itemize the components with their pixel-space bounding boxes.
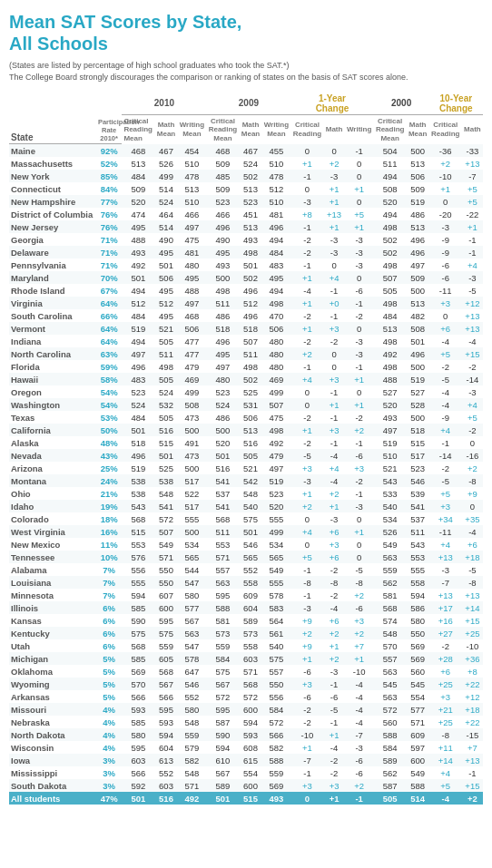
table-cell: 559: [155, 639, 178, 652]
2009-math-header: MathMean: [240, 115, 262, 144]
participation-rate: 4%: [96, 716, 122, 728]
table-cell: -5: [462, 563, 483, 576]
table-cell: 507: [261, 398, 290, 411]
table-cell: -15: [462, 728, 483, 741]
table-cell: 571: [240, 665, 262, 678]
participation-rate: 59%: [96, 360, 122, 373]
table-cell: 497: [177, 297, 206, 309]
table-cell: +2: [290, 627, 323, 639]
table-cell: 569: [407, 652, 429, 665]
table-cell: 505: [374, 284, 407, 297]
state-name: Ohio: [9, 487, 96, 500]
table-cell: 569: [122, 665, 154, 678]
table-cell: -5: [429, 373, 462, 385]
table-cell: -1: [290, 563, 323, 576]
table-cell: 467: [155, 144, 178, 158]
table-cell: 518: [206, 322, 239, 335]
table-cell: -7: [462, 170, 483, 182]
title-line1: Mean SAT Scores by State,: [9, 12, 241, 32]
table-cell: -4: [429, 398, 462, 411]
table-cell: 470: [261, 309, 290, 322]
table-cell: 523: [122, 385, 154, 398]
table-cell: -2: [345, 309, 374, 322]
table-cell: 0: [290, 538, 323, 551]
table-cell: 501: [240, 258, 262, 271]
table-cell: +4: [324, 462, 345, 474]
table-cell: 559: [206, 639, 239, 652]
state-name: Maine: [9, 144, 96, 158]
table-cell: 544: [177, 563, 206, 576]
table-cell: 479: [177, 360, 206, 373]
table-cell: 474: [122, 208, 154, 220]
table-cell: 509: [206, 182, 239, 195]
table-cell: 571: [407, 716, 429, 728]
table-cell: +9: [290, 639, 323, 652]
table-cell: 550: [407, 627, 429, 639]
table-cell: 500: [206, 424, 239, 436]
table-cell: 560: [407, 665, 429, 678]
table-cell: 570: [122, 678, 154, 690]
table-cell: -3: [324, 246, 345, 258]
table-cell: -3: [324, 170, 345, 182]
table-cell: +3: [290, 678, 323, 690]
table-cell: -3: [429, 563, 462, 576]
table-cell: 480: [261, 335, 290, 347]
table-cell: 565: [261, 551, 290, 563]
table-cell: 586: [407, 601, 429, 614]
table-cell: -2: [324, 589, 345, 601]
table-cell: +4: [462, 398, 483, 411]
table-cell: +1: [290, 297, 323, 309]
table-cell: 480: [261, 360, 290, 373]
table-cell: 502: [240, 271, 262, 284]
table-cell: -20: [429, 208, 462, 220]
table-cell: 548: [374, 627, 407, 639]
table-cell: 541: [206, 474, 239, 487]
table-cell: 588: [374, 728, 407, 741]
table-cell: 519: [374, 436, 407, 449]
table-cell: 493: [122, 246, 154, 258]
table-cell: 559: [261, 766, 290, 779]
table-cell: +6: [324, 614, 345, 627]
table-cell: -1: [324, 284, 345, 297]
table-cell: 518: [122, 436, 154, 449]
table-cell: 563: [206, 576, 239, 589]
table-cell: -4: [462, 335, 483, 347]
state-name: New Jersey: [9, 220, 96, 233]
table-cell: +1: [345, 220, 374, 233]
table-cell: 466: [206, 208, 239, 220]
table-cell: 497: [206, 360, 239, 373]
table-cell: 571: [155, 551, 178, 563]
table-cell: 519: [122, 322, 154, 335]
table-cell: 552: [240, 563, 262, 576]
table-cell: +13: [429, 589, 462, 601]
table-cell: 505: [155, 411, 178, 424]
table-cell: 0: [345, 551, 374, 563]
table-cell: -4: [324, 474, 345, 487]
table-cell: 563: [374, 690, 407, 703]
participation-rate: 4%: [96, 703, 122, 716]
table-cell: -2: [462, 360, 483, 373]
participation-rate: 76%: [96, 208, 122, 220]
table-cell: 0: [345, 538, 374, 551]
table-cell: 552: [177, 690, 206, 703]
table-cell: 494: [374, 170, 407, 182]
table-cell: 564: [261, 614, 290, 627]
table-cell: 585: [122, 652, 154, 665]
table-cell: 497: [177, 220, 206, 233]
table-cell: 539: [407, 487, 429, 500]
table-cell: +1: [429, 182, 462, 195]
table-cell: 580: [177, 589, 206, 601]
participation-rate: 5%: [96, 690, 122, 703]
participation-rate: 71%: [96, 258, 122, 271]
table-cell: 609: [240, 589, 262, 601]
table-cell: -3: [345, 347, 374, 360]
state-name: Tennessee: [9, 551, 96, 563]
table-cell: 483: [261, 258, 290, 271]
state-name: Iowa: [9, 754, 96, 766]
table-cell: 546: [407, 474, 429, 487]
table-cell: 604: [240, 601, 262, 614]
table-cell: +2: [345, 589, 374, 601]
state-name: All students: [9, 792, 96, 805]
participation-rate: 67%: [96, 284, 122, 297]
participation-rate: 63%: [96, 347, 122, 360]
